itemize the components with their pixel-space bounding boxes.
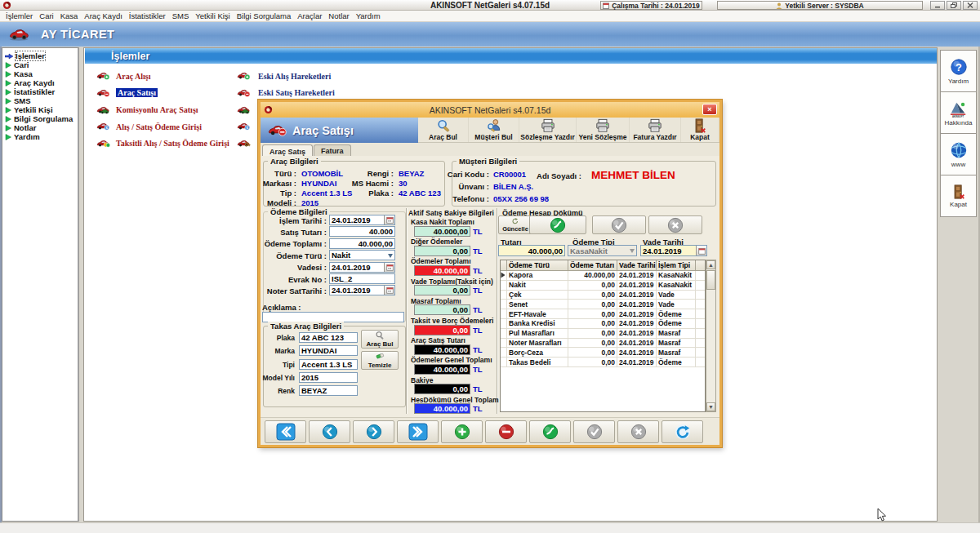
calendar-button[interactable]	[696, 246, 706, 255]
ledger-cancel-button[interactable]	[648, 215, 702, 234]
sidebar-item[interactable]: İşlemler	[2, 51, 78, 60]
payment-field[interactable]: 40.000,00	[329, 238, 395, 249]
nav-add-button[interactable]	[441, 420, 483, 443]
main-menu-item[interactable]: Araç Alışı	[96, 69, 151, 82]
close-button[interactable]	[963, 1, 978, 10]
toolbar-kapat-button[interactable]: Kapat	[681, 118, 719, 142]
payment-field[interactable]: 24.01.2019	[329, 285, 395, 295]
menubar-item[interactable]: Yardım	[355, 11, 386, 20]
payment-table-row[interactable]: Kapora40.000,0024.01.2019KasaNakit	[501, 271, 705, 281]
payment-table-row[interactable]: Nakit0,0024.01.2019KasaNakit	[501, 281, 705, 291]
dialog-close-icon[interactable]: ×	[702, 104, 717, 115]
ledger-save-button[interactable]	[529, 215, 586, 234]
nav-refresh-button[interactable]	[662, 420, 703, 443]
toolbar-yeni-s-zle-me-button[interactable]: Yeni Sözleşme	[577, 118, 630, 142]
nav-edit-button[interactable]	[529, 420, 571, 443]
nav-prev-button[interactable]	[309, 420, 350, 443]
toolbar-ara-bul-button[interactable]: Araç Bul	[418, 118, 469, 142]
payment-field[interactable]: Nakit	[329, 250, 395, 260]
sidebar-item[interactable]: Yardım	[2, 132, 78, 141]
sidebar-item[interactable]: Kasa	[2, 69, 78, 78]
nav-confirm-button[interactable]	[573, 420, 615, 443]
payment-field[interactable]: ISL_2	[329, 273, 395, 284]
arrow-icon	[5, 80, 11, 87]
main-menu-item[interactable]	[237, 103, 251, 116]
payment-table-row[interactable]: EFT-Havale0,0024.01.2019Ödeme	[501, 309, 705, 319]
payment-field[interactable]: 24.01.2019	[329, 215, 395, 225]
main-menu-item[interactable]: Taksitli Alış / Satış Ödeme Girişi	[96, 137, 229, 150]
menubar-item[interactable]: Araçlar	[296, 11, 327, 20]
trade-search-button[interactable]: Araç Bul	[361, 330, 399, 349]
customer-value: 05XX 256 69 98	[493, 194, 549, 203]
menubar-item[interactable]: Cari	[38, 11, 59, 20]
delete-icon	[497, 424, 515, 440]
due-field[interactable]: 24.01.2019	[640, 245, 707, 256]
sidebar-item[interactable]: Cari	[2, 60, 78, 69]
calendar-button[interactable]	[384, 286, 394, 295]
vehicle-value: BEYAZ	[399, 169, 424, 178]
payment-table-row[interactable]: Banka Kredisi0,0024.01.2019Ödeme	[501, 319, 705, 329]
tab-fatura[interactable]: Fatura	[314, 144, 351, 156]
payment-table-row[interactable]: Takas Bedeli0,0024.01.2019Ödeme	[501, 358, 705, 367]
menubar-item[interactable]: Bilgi Sorgulama	[236, 11, 297, 20]
calendar-button[interactable]	[384, 263, 394, 272]
table-scrollbar[interactable]: ▲▼	[706, 260, 716, 412]
payment-table-row[interactable]: Çek0,0024.01.2019Vade	[501, 291, 705, 300]
yardım-button[interactable]: ?Yardım	[940, 50, 977, 92]
hakkında-button[interactable]: AKINSOFTHakkında	[940, 91, 977, 134]
payment-field[interactable]: 40.000	[329, 226, 395, 237]
menubar-item[interactable]: İşlemler	[5, 11, 38, 20]
trade-field[interactable]: 2015	[299, 372, 358, 383]
main-menu-item[interactable]: Eski Alış Hareketleri	[237, 69, 331, 82]
car-logo-icon	[8, 27, 29, 42]
main-menu-item[interactable]: Komisyonlu Araç Satışı	[96, 103, 198, 116]
menubar-item[interactable]: Yetkili Kişi	[194, 11, 235, 20]
main-menu-item[interactable]: Araç Satışı	[96, 87, 158, 100]
main-menu-item[interactable]: Eski Satış Hareketleri	[237, 87, 335, 100]
trade-field[interactable]: 42 ABC 123	[299, 332, 358, 343]
trade-field[interactable]: HYUNDAI	[299, 345, 358, 356]
restore-button[interactable]	[947, 1, 961, 10]
sidebar-item[interactable]: İstatistikler	[2, 87, 78, 96]
main-menu-item[interactable]: $Alış / Satış Ödeme Girişi	[96, 120, 202, 133]
sidebar-item[interactable]: Araç Kaydı	[2, 78, 78, 87]
menubar-item[interactable]: SMS	[172, 11, 195, 20]
update-button[interactable]: Güncelle	[498, 215, 532, 234]
sidebar-item[interactable]: SMS	[2, 96, 78, 105]
nav-next-button[interactable]	[353, 420, 394, 443]
toolbar-m-teri-bul-button[interactable]: Müşteri Bul	[469, 118, 519, 142]
menubar-item[interactable]: Kasa	[60, 11, 84, 20]
minimize-button[interactable]	[930, 1, 945, 10]
ledger-confirm-button[interactable]	[592, 215, 646, 234]
amount-field[interactable]: 40.000,00	[498, 245, 565, 256]
payment-table-row[interactable]: Borç-Ceza0,0024.01.2019Masraf	[501, 348, 705, 358]
nav-delete-button[interactable]	[485, 420, 527, 443]
trade-clear-button[interactable]: Temizle	[361, 351, 399, 370]
vehicle-label: Rengi :	[368, 169, 394, 178]
sidebar-item[interactable]: Notlar	[2, 123, 78, 132]
payment-table-row[interactable]: Senet0,0024.01.2019Vade	[501, 300, 705, 309]
type-select[interactable]: KasaNakit	[568, 245, 637, 256]
sidebar-item[interactable]: Yetkili Kişi	[2, 105, 78, 114]
nav-cancel-button[interactable]	[617, 420, 659, 443]
main-menu-item[interactable]	[237, 137, 251, 150]
kapat-button[interactable]: Kapat	[940, 175, 977, 217]
menubar-item[interactable]: Notlar	[327, 11, 354, 20]
menubar-item[interactable]: Araç Kaydı	[83, 11, 127, 20]
toolbar-fatura-yazd-r-button[interactable]: Fatura Yazdır	[630, 118, 681, 142]
payment-table-row[interactable]: Noter Masrafları0,0024.01.2019Masraf	[501, 339, 705, 349]
trade-field[interactable]: BEYAZ	[299, 385, 358, 396]
trade-field[interactable]: Accent 1.3 LS	[299, 359, 358, 370]
menubar-item[interactable]: İstatistikler	[128, 11, 172, 20]
tab-ara-sat-[interactable]: Araç Satış	[262, 144, 313, 157]
main-menu-item[interactable]: $	[237, 120, 251, 133]
nav-last-button[interactable]	[397, 420, 439, 443]
calendar-button[interactable]	[384, 215, 394, 224]
balance-label: HesDökümü Genel Toplam	[411, 396, 499, 404]
payment-field[interactable]: 24.01.2019	[329, 262, 395, 273]
www-button[interactable]: www	[940, 133, 977, 175]
toolbar-s-zle-me-yazd-r-button[interactable]: Sözleşme Yazdır	[519, 118, 577, 142]
sidebar-item[interactable]: Bilgi Sorgulama	[2, 114, 78, 123]
payment-table-row[interactable]: Pul Masrafları0,0024.01.2019Masraf	[501, 329, 705, 339]
nav-first-button[interactable]	[265, 420, 306, 443]
